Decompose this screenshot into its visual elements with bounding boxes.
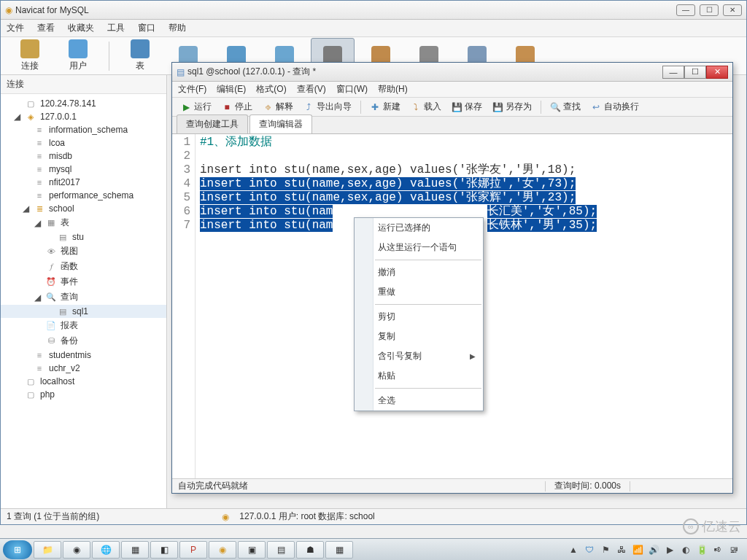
tree-sql1[interactable]: ▤sql1 xyxy=(1,305,166,318)
tree-school[interactable]: ◢≣school xyxy=(1,202,166,215)
qtb-解释[interactable]: ⎆解释 xyxy=(258,99,298,114)
tree-performance_schema[interactable]: ≡performance_schema xyxy=(1,189,166,202)
qtb-查找[interactable]: 🔍查找 xyxy=(546,99,585,114)
tray-bat-icon[interactable]: 🔋 xyxy=(696,544,708,556)
qtb-运行[interactable]: ▶运行 xyxy=(177,99,216,114)
menu-favorites[interactable]: 收藏夹 xyxy=(68,22,94,34)
tab-query-builder[interactable]: 查询创建工具 xyxy=(177,114,248,133)
tree-misdb[interactable]: ≡misdb xyxy=(1,149,166,163)
tree-stu[interactable]: ▤stu xyxy=(1,230,166,244)
qmenu-window[interactable]: 窗口(W) xyxy=(336,83,368,96)
menu-help[interactable]: 帮助 xyxy=(169,22,186,34)
qmenu-edit[interactable]: 编辑(E) xyxy=(217,83,246,96)
toolbar-用户[interactable]: 用户 xyxy=(56,38,100,74)
query-menubar: 文件(F) 编辑(E) 格式(O) 查看(V) 窗口(W) 帮助(H) xyxy=(172,82,732,98)
query-maximize-button[interactable]: ☐ xyxy=(684,66,706,79)
tray-pc-icon[interactable]: 🖳 xyxy=(728,544,740,556)
tree-查询[interactable]: ◢🔍查询 xyxy=(1,289,166,305)
ctx-运行已选择的[interactable]: 运行已选择的 xyxy=(355,218,483,238)
ctx-撤消[interactable]: 撤消 xyxy=(355,262,483,282)
qmenu-file[interactable]: 文件(F) xyxy=(178,83,206,96)
tab-query-editor[interactable]: 查询编辑器 xyxy=(249,114,312,133)
main-titlebar: ◉ Navicat for MySQL — ☐ ✕ xyxy=(1,1,746,20)
ctx-从这里运行一个语句[interactable]: 从这里运行一个语句 xyxy=(355,238,483,257)
tree-127.0.0.1[interactable]: ◢◈127.0.0.1 xyxy=(1,110,166,123)
query-status-left: 自动完成代码就绪 xyxy=(178,480,536,492)
ctx-含引号复制[interactable]: 含引号复制▶ xyxy=(355,346,483,366)
query-close-button[interactable]: ✕ xyxy=(706,66,728,79)
task-app2[interactable]: ◧ xyxy=(150,541,178,559)
task-browser[interactable]: 🌐 xyxy=(92,541,120,559)
tree-php[interactable]: ▢php xyxy=(1,388,166,401)
tray-shield-icon[interactable]: 🛡 xyxy=(584,544,595,556)
start-button[interactable]: ⊞ xyxy=(3,540,32,559)
task-editor2[interactable]: ▤ xyxy=(267,541,295,559)
task-app4[interactable]: ☗ xyxy=(296,541,324,559)
tray-up-icon[interactable]: ▲ xyxy=(568,544,579,556)
toolbar-连接[interactable]: 连接 xyxy=(8,38,52,74)
status-left: 1 查询 (1 位于当前的组) xyxy=(7,510,99,523)
qtb-新建[interactable]: ✚新建 xyxy=(365,99,405,114)
tree-备份[interactable]: ⛁备份 xyxy=(1,333,166,349)
query-status-time: 查询时间: 0.000s xyxy=(554,480,621,492)
query-tabs: 查询创建工具 查询编辑器 xyxy=(172,117,732,134)
qmenu-format[interactable]: 格式(O) xyxy=(256,83,286,96)
tree-nfit2017[interactable]: ≡nfit2017 xyxy=(1,176,166,189)
qmenu-view[interactable]: 查看(V) xyxy=(297,83,326,96)
task-ppt[interactable]: P xyxy=(179,541,207,559)
tray-app-icon[interactable]: ▶ xyxy=(664,544,676,556)
main-menubar: 文件 查看 收藏夹 工具 窗口 帮助 xyxy=(1,20,746,37)
task-app[interactable]: ▦ xyxy=(121,541,149,559)
menu-window[interactable]: 窗口 xyxy=(138,22,155,34)
qtb-自动换行[interactable]: ↩自动换行 xyxy=(587,99,643,114)
tray-app2-icon[interactable]: ◐ xyxy=(680,544,692,556)
ctx-复制[interactable]: 复制 xyxy=(355,327,483,346)
ctx-剪切[interactable]: 剪切 xyxy=(355,307,483,327)
tree-事件[interactable]: ⏰事件 xyxy=(1,274,166,289)
qtb-导出向导[interactable]: ⤴导出向导 xyxy=(299,99,356,114)
tree-120.24.78.141[interactable]: ▢120.24.78.141 xyxy=(1,97,166,110)
qmenu-help[interactable]: 帮助(H) xyxy=(378,83,408,96)
qtb-保存[interactable]: 💾保存 xyxy=(447,99,487,114)
tray-vol-icon[interactable]: 🔊 xyxy=(648,544,659,556)
qtb-另存为[interactable]: 💾另存为 xyxy=(488,99,536,114)
tray-wifi-icon[interactable]: 📶 xyxy=(632,544,643,556)
connection-tree[interactable]: ▢120.24.78.141◢◈127.0.0.1≡information_sc… xyxy=(1,94,166,404)
ctx-重做[interactable]: 重做 xyxy=(355,282,483,302)
ctx-粘贴[interactable]: 粘贴 xyxy=(355,366,483,386)
toolbar-表[interactable]: 表 xyxy=(118,38,162,74)
qtb-停止[interactable]: ■停止 xyxy=(217,99,257,114)
tree-视图[interactable]: 👁视图 xyxy=(1,244,166,259)
system-tray[interactable]: ▲ 🛡 ⚑ 🖧 📶 🔊 ▶ ◐ 🔋 🕫 🖳 xyxy=(568,544,744,556)
app-title: Navicat for MySQL xyxy=(12,5,676,15)
tray-flag-icon[interactable]: ⚑ xyxy=(600,544,611,556)
tree-studentmis[interactable]: ≡studentmis xyxy=(1,349,166,362)
task-explorer[interactable]: 📁 xyxy=(34,541,61,559)
sidebar-title: 连接 xyxy=(1,75,166,94)
connection-sidebar: 连接 ▢120.24.78.141◢◈127.0.0.1≡information… xyxy=(1,75,167,508)
tree-localhost[interactable]: ▢localhost xyxy=(1,375,166,388)
tree-uchr_v2[interactable]: ≡uchr_v2 xyxy=(1,362,166,375)
tray-vol2-icon[interactable]: 🕫 xyxy=(712,544,724,556)
tree-lcoa[interactable]: ≡lcoa xyxy=(1,136,166,149)
tray-net-icon[interactable]: 🖧 xyxy=(616,544,627,556)
menu-tools[interactable]: 工具 xyxy=(107,22,125,34)
minimize-button[interactable]: — xyxy=(676,4,695,16)
tree-mysql[interactable]: ≡mysql xyxy=(1,163,166,176)
task-navicat[interactable]: ◉ xyxy=(209,541,236,559)
tree-报表[interactable]: 📄报表 xyxy=(1,318,166,333)
close-button[interactable]: ✕ xyxy=(723,4,742,16)
task-app3[interactable]: ▣ xyxy=(238,541,266,559)
tree-表[interactable]: ◢▦表 xyxy=(1,215,166,230)
qtb-载入[interactable]: ⤵载入 xyxy=(406,99,446,114)
task-chrome[interactable]: ◉ xyxy=(63,541,90,559)
maximize-button[interactable]: ☐ xyxy=(700,4,719,16)
tree-函数[interactable]: 𝑓函数 xyxy=(1,259,166,274)
ctx-全选[interactable]: 全选 xyxy=(355,391,483,411)
menu-view[interactable]: 查看 xyxy=(37,22,55,34)
query-minimize-button[interactable]: — xyxy=(662,66,684,79)
tree-information_schema[interactable]: ≡information_schema xyxy=(1,123,166,136)
menu-file[interactable]: 文件 xyxy=(7,22,24,34)
task-app5[interactable]: ▦ xyxy=(325,541,353,559)
query-window-icon: ▤ xyxy=(177,67,185,77)
